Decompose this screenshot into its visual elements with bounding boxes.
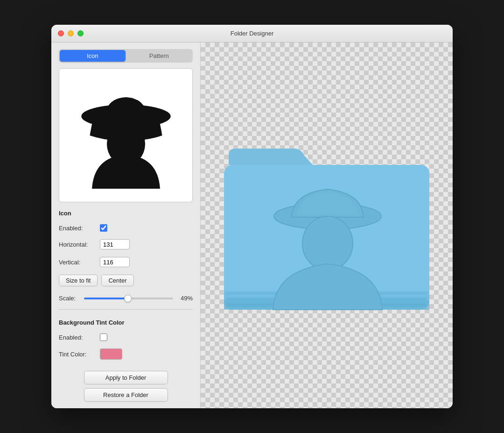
icon-horizontal-row: Horizontal: [59,239,193,249]
scale-label: Scale: [59,295,79,302]
icon-preview [59,68,193,202]
icon-horizontal-label: Horizontal: [59,241,96,248]
icon-enabled-checkbox[interactable] [100,224,107,232]
tab-pattern[interactable]: Pattern [126,50,192,62]
right-panel [201,43,453,408]
bottom-buttons: Apply to Folder Restore a Folder [59,365,193,402]
icon-vertical-input[interactable] [100,257,130,267]
traffic-lights [58,30,84,36]
window-title: Folder Designer [231,30,274,37]
scale-row: Scale: 49% [59,295,193,302]
icon-enabled-label: Enabled: [59,225,96,232]
folder-icon-svg [201,114,453,338]
tab-bar: Icon Pattern [59,49,193,63]
tint-color-swatch[interactable] [100,348,122,360]
restore-folder-button[interactable]: Restore a Folder [84,388,168,402]
icon-enabled-row: Enabled: [59,224,193,232]
bg-enabled-label: Enabled: [59,334,96,341]
icon-vertical-label: Vertical: [59,259,96,266]
scale-value: 49% [178,295,193,302]
bg-enabled-row: Enabled: [59,334,193,341]
minimize-button[interactable] [68,30,74,36]
icon-vertical-row: Vertical: [59,257,193,267]
folder-preview [201,114,453,338]
tint-color-label: Tint Color: [59,351,96,358]
size-center-row: Size to fit Center [59,275,193,286]
titlebar: Folder Designer [51,25,453,43]
icon-horizontal-input[interactable] [100,239,130,249]
icon-preview-svg [73,82,179,189]
tint-color-row: Tint Color: [59,348,193,360]
app-window: Folder Designer Icon Pattern [51,25,453,408]
divider [59,309,193,310]
left-panel: Icon Pattern Icon [51,43,201,408]
size-to-fit-button[interactable]: Size to fit [59,275,98,286]
main-content: Icon Pattern Icon [51,43,453,408]
bg-enabled-checkbox[interactable] [100,334,107,341]
tab-icon[interactable]: Icon [60,50,126,62]
close-button[interactable] [58,30,64,36]
background-section-title: Background Tint Color [59,319,193,326]
icon-section-title: Icon [59,210,193,217]
svg-point-10 [302,216,353,270]
maximize-button[interactable] [77,30,84,36]
center-button[interactable]: Center [101,275,133,286]
scale-slider[interactable] [84,298,173,299]
apply-to-folder-button[interactable]: Apply to Folder [84,371,168,384]
